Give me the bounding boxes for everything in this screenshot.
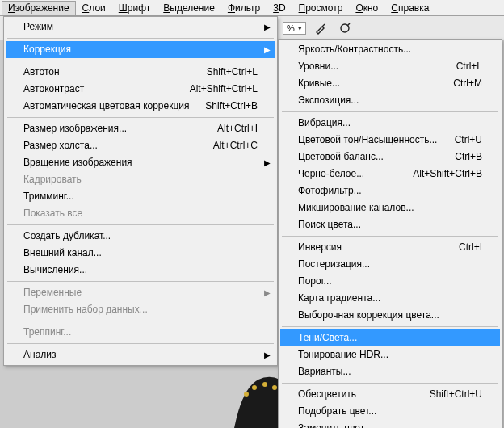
menu-separator bbox=[7, 343, 274, 344]
image-menu-item[interactable]: Тримминг... bbox=[6, 188, 275, 205]
image-menu-item: Кадрировать bbox=[6, 171, 275, 188]
image-menu-item[interactable]: Коррекция▶ bbox=[6, 41, 275, 58]
correction-menu-item[interactable]: Тени/Света... bbox=[280, 329, 500, 346]
menu-item-label: Показать все bbox=[23, 208, 82, 220]
menu-item-label: Режим bbox=[23, 21, 53, 33]
menu-item-label: Размер холста... bbox=[23, 140, 98, 152]
menu-item-shortcut: Shift+Ctrl+U bbox=[430, 388, 482, 401]
menu-item-label: Коррекция bbox=[23, 44, 71, 56]
menubar-item-окно[interactable]: Окно bbox=[349, 1, 384, 15]
correction-menu-item[interactable]: Вибрация... bbox=[280, 115, 500, 132]
menu-item-label: Постеризация... bbox=[298, 258, 370, 271]
menu-item-shortcut: Alt+Ctrl+I bbox=[217, 123, 258, 135]
menu-separator bbox=[7, 61, 274, 61]
correction-menu-item[interactable]: ИнверсияCtrl+I bbox=[280, 239, 500, 256]
image-menu-item: Переменные▶ bbox=[6, 284, 275, 301]
menu-separator bbox=[7, 224, 274, 225]
correction-menu-item[interactable]: Уровни...Ctrl+L bbox=[280, 58, 500, 75]
image-menu-item[interactable]: Анализ▶ bbox=[6, 346, 275, 363]
svg-point-1 bbox=[244, 392, 249, 397]
correction-menu-item[interactable]: Яркость/Контрастность... bbox=[280, 41, 500, 58]
correction-menu-item[interactable]: Экспозиция... bbox=[280, 92, 500, 109]
correction-menu-item[interactable]: Постеризация... bbox=[280, 256, 500, 273]
menu-item-label: Внешний канал... bbox=[23, 247, 102, 259]
brush-tool-icon-1[interactable] bbox=[311, 20, 330, 36]
menubar-item-выделение[interactable]: Выделение bbox=[157, 1, 221, 15]
correction-menu-item[interactable]: Подобрать цвет... bbox=[280, 403, 500, 420]
image-menu-dropdown: Режим▶Коррекция▶АвтотонShift+Ctrl+LАвток… bbox=[3, 16, 278, 366]
menu-item-label: Микширование каналов... bbox=[298, 202, 414, 214]
image-menu-item[interactable]: Автоматическая цветовая коррекцияShift+C… bbox=[6, 98, 275, 115]
image-menu-item[interactable]: Вращение изображения▶ bbox=[6, 154, 275, 171]
image-menu-item[interactable]: АвтоконтрастAlt+Shift+Ctrl+L bbox=[6, 81, 275, 98]
menu-item-label: Размер изображения... bbox=[23, 123, 127, 135]
correction-menu-item[interactable]: Выборочная коррекция цвета... bbox=[280, 307, 500, 324]
menu-item-label: Уровни... bbox=[298, 61, 338, 73]
correction-menu-item[interactable]: ОбесцветитьShift+Ctrl+U bbox=[280, 386, 500, 403]
menu-item-label: Анализ bbox=[23, 349, 57, 361]
menubar-item-справка[interactable]: Справка bbox=[384, 1, 435, 15]
image-menu-item[interactable]: Размер изображения...Alt+Ctrl+I bbox=[6, 120, 275, 137]
image-menu-item[interactable]: АвтотонShift+Ctrl+L bbox=[6, 64, 275, 81]
menu-item-shortcut: Shift+Ctrl+B bbox=[205, 100, 258, 112]
menu-item-label: Порог... bbox=[298, 275, 332, 287]
correction-menu-item[interactable]: Цветовой баланс...Ctrl+B bbox=[280, 149, 500, 166]
menu-item-label: Заменить цвет... bbox=[298, 422, 372, 428]
menu-item-label: Поиск цвета... bbox=[298, 219, 361, 231]
correction-menu-item[interactable]: Поиск цвета... bbox=[280, 216, 500, 233]
menubar-item-фильтр[interactable]: Фильтр bbox=[221, 1, 267, 15]
image-menu-item: Показать все bbox=[6, 205, 275, 222]
menu-item-label: Тримминг... bbox=[23, 191, 74, 203]
menubar-item-3d[interactable]: 3D bbox=[267, 1, 292, 15]
correction-menu-item[interactable]: Фотофильтр... bbox=[280, 183, 500, 199]
menu-item-shortcut: Alt+Shift+Ctrl+B bbox=[413, 168, 482, 180]
correction-menu-item[interactable]: Цветовой тон/Насыщенность...Ctrl+U bbox=[280, 132, 500, 149]
menu-item-shortcut: Ctrl+U bbox=[455, 134, 482, 146]
correction-menu-item[interactable]: Тонирование HDR... bbox=[280, 346, 500, 363]
correction-menu-item[interactable]: Кривые...Ctrl+M bbox=[280, 75, 500, 92]
correction-menu-item[interactable]: Черно-белое...Alt+Shift+Ctrl+B bbox=[280, 166, 500, 183]
image-menu-item: Применить набор данных... bbox=[6, 301, 275, 318]
correction-menu-item[interactable]: Заменить цвет... bbox=[280, 420, 500, 428]
svg-point-2 bbox=[252, 385, 257, 390]
menu-item-label: Цветовой тон/Насыщенность... bbox=[298, 134, 437, 146]
menu-item-label: Фотофильтр... bbox=[298, 185, 362, 197]
image-menu-item[interactable]: Создать дубликат... bbox=[6, 228, 275, 245]
correction-menu-item[interactable]: Карта градиента... bbox=[280, 290, 500, 307]
correction-menu-item[interactable]: Варианты... bbox=[280, 363, 500, 380]
menu-item-label: Треппинг... bbox=[23, 326, 71, 338]
menu-separator bbox=[7, 38, 274, 39]
image-menu-item[interactable]: Вычисления... bbox=[6, 262, 275, 279]
image-menu-item[interactable]: Внешний канал... bbox=[6, 245, 275, 262]
menu-item-label: Создать дубликат... bbox=[23, 230, 111, 242]
menu-item-shortcut: Ctrl+L bbox=[456, 61, 482, 73]
menu-item-label: Кадрировать bbox=[23, 174, 82, 186]
chevron-right-icon: ▶ bbox=[264, 21, 271, 33]
zoom-field[interactable]: % ▾ bbox=[283, 22, 306, 35]
chevron-right-icon: ▶ bbox=[264, 44, 271, 56]
menu-separator bbox=[7, 281, 274, 282]
correction-menu-item[interactable]: Порог... bbox=[280, 273, 500, 290]
menu-item-label: Подобрать цвет... bbox=[298, 405, 376, 418]
zoom-value: % bbox=[287, 23, 295, 33]
menu-item-label: Экспозиция... bbox=[298, 94, 359, 107]
menu-item-shortcut: Alt+Ctrl+C bbox=[213, 140, 258, 152]
menubar-item-просмотр[interactable]: Просмотр bbox=[292, 1, 350, 15]
brush-tool-icon-2[interactable] bbox=[335, 20, 355, 36]
menu-item-shortcut: Ctrl+I bbox=[459, 241, 482, 254]
menubar-item-слои[interactable]: Слои bbox=[76, 1, 112, 15]
chevron-right-icon: ▶ bbox=[264, 157, 271, 169]
svg-point-3 bbox=[262, 382, 267, 387]
menu-separator bbox=[282, 326, 498, 327]
image-menu-item[interactable]: Режим▶ bbox=[6, 19, 275, 36]
menubar-item-шрифт[interactable]: Шрифт bbox=[112, 1, 157, 15]
menu-separator bbox=[282, 111, 498, 112]
menu-item-label: Автоматическая цветовая коррекция bbox=[23, 100, 190, 112]
menubar-item-изображение[interactable]: Изображение bbox=[2, 1, 76, 15]
chevron-down-icon: ▾ bbox=[298, 24, 302, 32]
menu-separator bbox=[7, 117, 274, 118]
toolbar-right: % ▾ bbox=[279, 16, 358, 40]
correction-menu-item[interactable]: Микширование каналов... bbox=[280, 199, 500, 216]
image-menu-item[interactable]: Размер холста...Alt+Ctrl+C bbox=[6, 137, 275, 154]
menu-item-label: Тени/Света... bbox=[298, 332, 357, 344]
